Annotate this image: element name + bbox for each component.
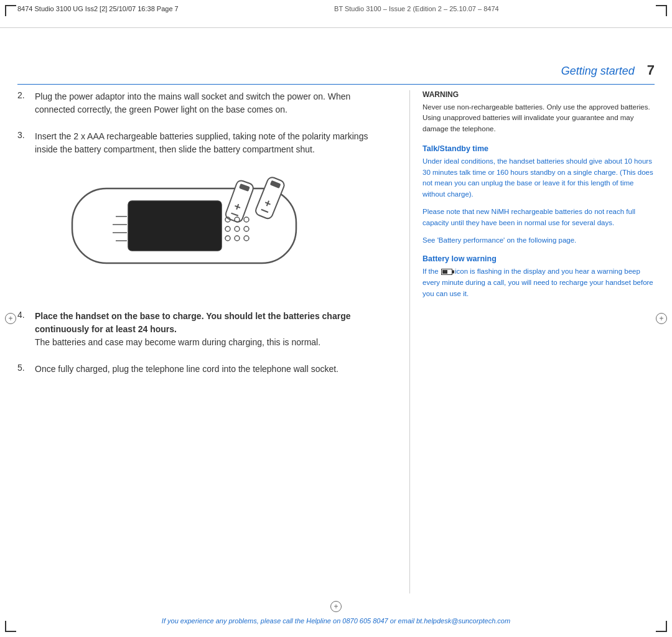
- svg-point-16: [244, 217, 249, 222]
- see-also-text: See 'Battery performance' on the followi…: [422, 235, 655, 246]
- see-also-section: See 'Battery performance' on the followi…: [422, 235, 655, 246]
- corner-mark-bl: [5, 621, 16, 632]
- step-2-text: Plug the power adaptor into the mains wa…: [35, 90, 391, 116]
- main-content: 2. Plug the power adaptor into the mains…: [17, 90, 655, 593]
- left-column: 2. Plug the power adaptor into the mains…: [17, 90, 409, 593]
- step-2: 2. Plug the power adaptor into the mains…: [17, 90, 391, 116]
- battery-low-heading: Battery low warning: [422, 254, 655, 263]
- warning-section: WARNING Never use non-rechargeable batte…: [422, 90, 655, 134]
- footer-text: If you experience any problems, please c…: [162, 617, 510, 625]
- talk-standby-heading: Talk/Standby time: [422, 144, 655, 153]
- section-divider: [17, 84, 655, 85]
- page-header: 8474 Studio 3100 UG Iss2 [2] 25/10/07 16…: [0, 0, 672, 28]
- talk-standby-text: Under ideal conditions, the handset batt…: [422, 156, 655, 200]
- registration-mark-left: [5, 313, 16, 324]
- nimh-note-section: Please note that new NiMH rechargeable b…: [422, 207, 655, 229]
- battery-low-section: Battery low warning If the icon is flash…: [422, 254, 655, 299]
- page-footer: If you experience any problems, please c…: [17, 615, 655, 626]
- svg-point-22: [244, 236, 249, 241]
- battery-low-text: If the icon is flashing in the display a…: [422, 266, 655, 299]
- battery-warning-text-after: icon is flashing in the display and you …: [422, 267, 653, 297]
- registration-mark-bottom: [330, 601, 342, 612]
- nimh-note-text: Please note that new NiMH rechargeable b…: [422, 207, 655, 229]
- header-left-text: 8474 Studio 3100 UG Iss2 [2] 25/10/07 16…: [17, 5, 179, 12]
- page-number: 7: [647, 62, 655, 78]
- right-column: WARNING Never use non-rechargeable batte…: [409, 90, 655, 593]
- page-title-area: Getting started 7: [561, 62, 655, 78]
- step-5: 5. Once fully charged, plug the telephon…: [17, 363, 391, 376]
- battery-warning-text-before: If the: [422, 267, 439, 275]
- talk-standby-section: Talk/Standby time Under ideal conditions…: [422, 144, 655, 200]
- step-5-number: 5.: [17, 363, 30, 376]
- header-line: 8474 Studio 3100 UG Iss2 [2] 25/10/07 16…: [17, 5, 655, 12]
- step-4-text: Place the handset on the base to charge.…: [35, 310, 391, 349]
- svg-point-20: [225, 236, 230, 241]
- step-3-number: 3.: [17, 130, 30, 156]
- battery-low-icon: [441, 269, 452, 275]
- step-2-number: 2.: [17, 90, 30, 116]
- svg-point-21: [235, 236, 240, 241]
- registration-mark-right: [656, 313, 667, 324]
- step-4-number: 4.: [17, 310, 30, 349]
- corner-mark-br: [656, 621, 667, 632]
- warning-text: Never use non-rechargeable batteries. On…: [422, 102, 655, 134]
- page-title: Getting started: [561, 65, 635, 78]
- svg-rect-1: [128, 201, 222, 251]
- step-3-text: Insert the 2 x AAA rechargeable batterie…: [35, 130, 391, 156]
- svg-point-17: [225, 226, 230, 231]
- header-center-text: BT Studio 3100 – Issue 2 (Edition 2 – 25…: [179, 5, 655, 12]
- step-4: 4. Place the handset on the base to char…: [17, 310, 391, 349]
- step-5-text: Once fully charged, plug the telephone l…: [35, 363, 338, 376]
- battery-illustration: + +: [35, 170, 334, 294]
- svg-point-19: [244, 226, 249, 231]
- svg-point-18: [235, 226, 240, 231]
- warning-title: WARNING: [422, 90, 655, 99]
- step-3: 3. Insert the 2 x AAA rechargeable batte…: [17, 130, 391, 156]
